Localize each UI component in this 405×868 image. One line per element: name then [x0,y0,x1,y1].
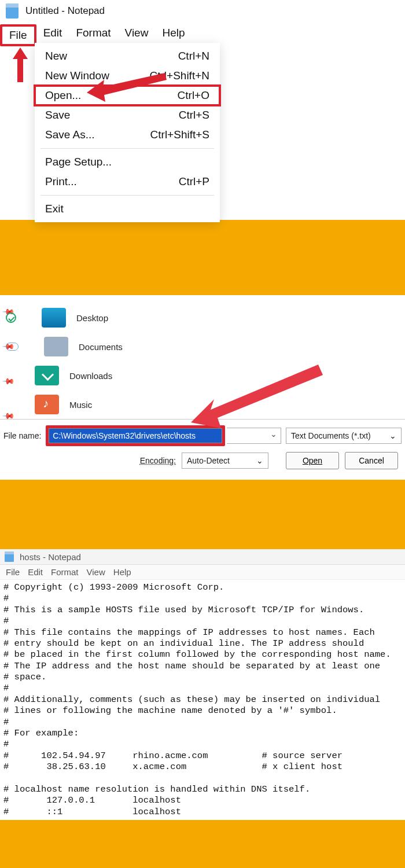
folder-icon [42,308,66,328]
folder-item-documents[interactable]: Documents [0,332,405,361]
menu-item-accelerator: Ctrl+O [178,89,209,102]
window-title: hosts - Notepad [20,552,81,562]
menu-format[interactable]: Format [51,567,79,577]
menu-item-label: Save As... [45,128,95,141]
encoding-value: Auto-Detect [187,456,230,465]
menu-item-label: Exit [45,203,64,215]
menu-item-new[interactable]: NewCtrl+N [35,46,220,66]
menu-item-save-as-[interactable]: Save As...Ctrl+Shift+S [35,125,220,145]
folder-item-downloads[interactable]: Downloads [0,361,405,390]
title-bar: Untitled - Notepad [0,0,405,22]
menu-file[interactable]: File [0,24,36,46]
pin-icon: 📌 [2,374,15,387]
open-button[interactable]: Open [286,452,339,469]
encoding-select[interactable]: Auto-Detect ⌄ [182,453,268,469]
menu-edit[interactable]: Edit [28,567,43,577]
file-name-highlight [46,425,225,446]
menu-separator [41,195,214,196]
window-title: Untitled - Notepad [25,5,105,17]
file-name-input[interactable] [49,428,222,443]
file-name-dropdown[interactable] [227,428,281,444]
editor-text-area[interactable]: # Copyright (c) 1993-2009 Microsoft Corp… [0,580,405,820]
notepad-window-1: Untitled - Notepad File Edit Format View… [0,0,405,220]
folder-label: Downloads [69,371,112,381]
menu-view[interactable]: View [87,567,105,577]
menu-item-accelerator: Ctrl+S [179,109,209,122]
folder-item-desktop[interactable]: Desktop [0,303,405,332]
title-bar: hosts - Notepad [0,549,405,565]
pin-column: 📌 📌 📌 📌 [3,307,13,420]
menu-item-label: Open... [45,89,81,102]
folder-label: Desktop [76,313,108,323]
file-name-label: File name: [3,431,41,440]
sync-check-icon [6,312,16,323]
open-file-dialog: 📌 📌 📌 📌 DesktopDocumentsDownloadsMusic F… [0,295,405,480]
svg-marker-0 [13,47,28,82]
menu-item-save[interactable]: SaveCtrl+S [35,105,220,125]
folder-icon [44,337,68,356]
menu-separator [41,148,214,149]
menu-item-accelerator: Ctrl+Shift+S [150,128,209,141]
folder-icon [35,395,59,414]
file-type-text: Text Documents (*.txt) [291,431,371,440]
cancel-button[interactable]: Cancel [345,452,398,469]
chevron-down-icon: ⌄ [389,431,396,440]
menu-item-accelerator: Ctrl+P [179,175,209,188]
menu-item-page-setup-[interactable]: Page Setup... [35,152,220,172]
folder-item-music[interactable]: Music [0,390,405,419]
notepad-icon [6,3,19,19]
annotation-arrow-up-icon [12,47,29,82]
chevron-down-icon: ⌄ [256,456,263,465]
menu-item-label: Print... [45,175,77,188]
menu-item-print-[interactable]: Print...Ctrl+P [35,172,220,192]
menu-item-label: New [45,50,67,62]
menu-item-exit[interactable]: Exit [35,199,220,219]
annotation-arrow-icon [87,69,168,104]
file-type-filter[interactable]: Text Documents (*.txt) ⌄ [286,428,402,444]
menu-item-label: Save [45,109,70,122]
folder-icon [35,366,59,385]
menu-item-accelerator: Ctrl+N [178,50,209,62]
dialog-bottom-bar: File name: Text Documents (*.txt) ⌄ Enco… [0,419,405,469]
separator-band [0,220,405,295]
separator-band [0,480,405,549]
menu-item-label: Page Setup... [45,156,112,168]
notepad-icon [5,551,14,562]
menu-bar: File Edit Format View Help [0,565,405,580]
encoding-label: Encoding: [140,456,176,465]
menu-help[interactable]: Help [113,567,131,577]
menu-file[interactable]: File [6,567,20,577]
folder-label: Music [69,400,92,410]
cloud-icon [6,343,19,351]
folder-label: Documents [79,342,123,352]
notepad-window-2: hosts - Notepad File Edit Format View He… [0,549,405,820]
svg-marker-1 [87,73,167,102]
